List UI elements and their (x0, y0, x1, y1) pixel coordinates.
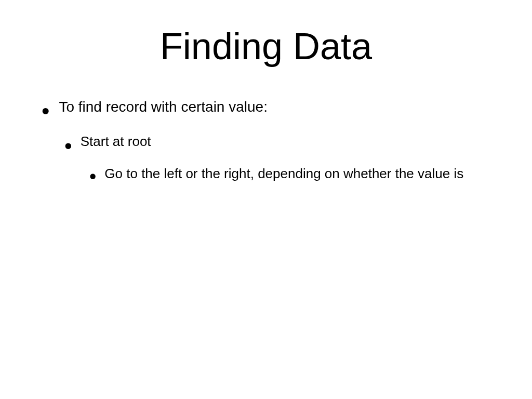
slide-title: Finding Data (0, 0, 532, 68)
bullet-icon: • (64, 133, 81, 151)
bullet-icon: • (89, 165, 104, 182)
bullet-row-l3: • Go to the left or the right, depending… (89, 165, 507, 183)
slide-body: • To find record with certain value: • S… (0, 68, 532, 183)
bullet-row-l2: • Start at root (64, 133, 507, 151)
bullet-text-l3: Go to the left or the right, depending o… (104, 165, 463, 183)
bullet-row-l1: • To find record with certain value: (42, 98, 507, 117)
bullet-text-l2: Start at root (81, 133, 151, 150)
bullet-icon: • (42, 98, 59, 117)
bullet-text-l1: To find record with certain value: (59, 98, 268, 116)
